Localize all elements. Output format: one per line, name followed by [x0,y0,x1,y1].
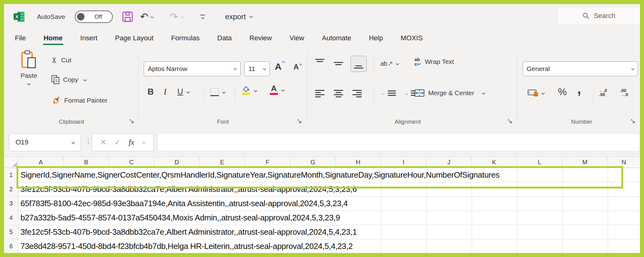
font-dialog-launcher[interactable] [297,119,302,124]
formula-bar-splitter[interactable]: ⋮ [85,137,92,145]
more-commands-button[interactable] [200,15,205,19]
number-format-combo[interactable]: General [523,61,638,76]
select-all-button[interactable] [4,157,18,168]
row-header-6[interactable]: 6 [4,239,18,254]
column-header-b[interactable]: B [64,157,109,168]
accounting-format-button[interactable] [528,89,544,97]
font-color-icon: A [270,84,278,95]
column-header-h[interactable]: H [336,157,381,168]
column-header-c[interactable]: C [109,157,154,168]
row-header-2[interactable]: 2 [4,182,18,197]
clipboard-dialog-launcher[interactable] [129,119,134,124]
cut-icon: ✂ [50,57,59,64]
alignment-dialog-launcher[interactable] [508,119,513,124]
font-color-button[interactable]: A [270,84,284,95]
column-header-d[interactable]: D [154,157,200,168]
autosave-toggle[interactable]: Off [75,11,113,23]
undo-button[interactable]: ↶ [140,12,153,22]
shrink-font-button[interactable]: A [293,63,302,71]
column-header-n[interactable]: N [608,157,640,168]
redo-button[interactable]: ↷ [170,12,183,22]
merge-center-chevron-icon [482,91,485,95]
merge-center-button[interactable]: Merge & Center [415,89,485,97]
font-color-chevron-icon [281,88,284,91]
underline-button[interactable]: U [177,87,189,96]
number-dialog-launcher[interactable] [631,119,636,124]
insert-function-button[interactable]: fx [129,138,134,147]
tab-page-layout[interactable]: Page Layout [115,34,154,42]
font-size-combo[interactable]: 11 [244,61,270,76]
bold-button[interactable]: B [147,87,154,97]
top-align-button[interactable] [315,59,324,68]
align-right-button[interactable] [352,90,362,97]
tab-moxis[interactable]: MOXIS [401,34,423,42]
decrease-indent-button[interactable]: ← [380,90,396,96]
bottom-align-button[interactable] [351,56,367,72]
column-header-e[interactable]: E [200,157,245,168]
align-center-button[interactable] [334,90,343,97]
orientation-button[interactable]: ab↗ [380,60,399,68]
tab-home[interactable]: Home [43,34,62,42]
tab-file[interactable]: File [15,34,26,42]
workbook-title[interactable]: export [225,12,253,21]
group-divider [307,51,307,121]
column-header-f[interactable]: F [245,157,290,168]
borders-button[interactable] [210,88,225,96]
column-header-a[interactable]: A [18,157,64,168]
inner-divider [593,86,594,103]
row-2[interactable]: 2 3fe12c5f-53cb-407b-9bcd-3a8dbb32ca7e,A… [4,182,640,197]
enter-button[interactable]: ✓ [115,138,120,147]
row-header-4[interactable]: 4 [4,211,18,225]
paste-button[interactable]: Paste [14,50,44,116]
format-painter-button[interactable]: Format Painter [51,95,107,105]
tab-automate[interactable]: Automate [322,34,351,42]
align-left-button[interactable] [315,90,324,97]
cut-button[interactable]: ✂ Cut [51,55,71,65]
comma-style-button[interactable]: , [577,81,581,97]
redo-chevron-icon [180,15,184,18]
row-header-3[interactable]: 3 [4,197,18,211]
row-header-1[interactable]: 1 [4,168,18,182]
tab-insert[interactable]: Insert [80,34,98,42]
column-header-k[interactable]: K [472,157,517,168]
tab-help[interactable]: Help [369,34,383,42]
row-6[interactable]: 6 73e8d428-9571-450d-8bd4-f23bfcb4b7db,H… [4,239,640,254]
formula-input[interactable] [157,133,640,151]
fill-color-button[interactable] [242,86,257,95]
name-box[interactable]: O19 [9,133,81,151]
row-5[interactable]: 5 3fe12c5f-53cb-407b-9bcd-3a8dbb32ca7e,A… [4,225,640,239]
grow-font-button[interactable]: A [275,61,285,72]
formula-bar: O19 ⋮ ✕ ✓ fx [4,128,640,157]
decrease-decimal-button[interactable]: .00 →.0 [620,89,628,97]
copy-button[interactable]: Copy [51,75,86,84]
wrap-text-button[interactable]: ab c↩ Wrap Text [415,57,454,66]
tab-review[interactable]: Review [249,34,272,42]
tab-formulas[interactable]: Formulas [171,34,200,42]
percent-style-button[interactable]: % [558,86,567,98]
italic-button[interactable]: I [164,87,166,97]
row-4[interactable]: 4 b27a332b-5ad5-4557-8574-0137a5450434,M… [4,211,640,225]
font-size-chevron-icon [263,67,266,70]
font-name-combo[interactable]: Aptos Narrow [144,61,241,76]
column-header-j[interactable]: J [426,157,472,168]
column-header-i[interactable]: I [381,157,426,168]
row-header-5[interactable]: 5 [4,225,18,239]
toggle-knob-icon [77,13,84,20]
middle-align-button[interactable] [334,59,343,68]
cancel-button[interactable]: ✕ [100,138,106,147]
ribbon: Paste ✂ Cut Copy [4,47,640,128]
row-3[interactable]: 3 65f783f5-8100-42ec-985d-93e3baa7194e,A… [4,197,640,211]
increase-decimal-button[interactable]: ←.0 .00 [599,89,607,97]
column-header-m[interactable]: M [562,157,608,168]
column-header-g[interactable]: G [290,157,336,168]
column-header-l[interactable]: L [517,157,562,168]
tab-data[interactable]: Data [217,34,232,42]
font-name-chevron-icon [234,67,237,70]
search-icon [583,12,589,19]
tab-view[interactable]: View [289,34,304,42]
formula-buttons: ✕ ✓ fx [92,133,154,151]
row-1[interactable]: 1 SignerId,SignerName,SignerCostCenter,Q… [4,168,640,182]
search-box[interactable]: Search [557,7,641,25]
save-button[interactable] [122,11,133,22]
spreadsheet-grid: A B C D E F G H I J K L M N [4,157,640,253]
